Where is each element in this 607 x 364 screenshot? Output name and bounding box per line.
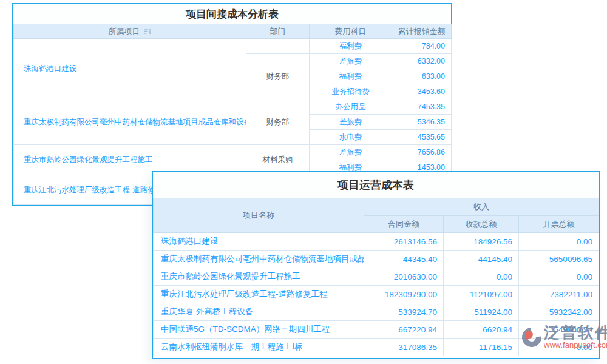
expense-item-cell: 业务招待费 <box>310 84 392 99</box>
project-name-cell: 重庆太极制药有限公司亳州中药材仓储物流基地项目成品仓库和设备仓库消防 <box>14 99 246 145</box>
expense-item-cell: 差旅费 <box>310 145 392 160</box>
watermark-brand: 泛普软件 <box>544 324 607 341</box>
received-total-cell: 6620.94 <box>444 321 519 339</box>
received-total-cell: 1121097.00 <box>444 286 519 303</box>
expense-item-cell: 福利费 <box>310 69 392 84</box>
amount-cell: 633.00 <box>392 69 452 84</box>
contract-amount-cell: 44345.40 <box>364 251 444 268</box>
expense-item-cell: 差旅费 <box>310 115 392 130</box>
column-header-income-group: 收入 <box>364 198 599 216</box>
invoiced-total-cell: 0.00 <box>519 268 599 286</box>
dept-cell: 财务部 <box>246 54 310 99</box>
project-name-cell: 重庆华夏 外高桥工程设备 <box>154 303 364 321</box>
amount-cell: 4535.65 <box>392 130 452 145</box>
received-total-cell: 511924.00 <box>444 303 519 321</box>
dept-cell <box>246 39 310 54</box>
column-header-amount: 累计报销金额 <box>392 24 452 39</box>
received-total-cell: 0.00 <box>444 268 519 286</box>
contract-amount-cell: 2010630.00 <box>364 268 444 286</box>
column-header-invoiced-total: 开票总额 <box>519 216 599 233</box>
contract-amount-cell: 182309790.00 <box>364 286 444 303</box>
column-header-project-name: 项目名称 <box>154 198 364 233</box>
expense-item-cell: 办公用品 <box>310 99 392 115</box>
contract-amount-cell: 317086.35 <box>364 339 444 356</box>
table-row: 重庆华夏 外高桥工程设备 533924.70 511924.00 5932342… <box>154 303 599 321</box>
table-row: 重庆市鹅岭公园绿化景观提升工程施工 材料采购 差旅费 7656.86 <box>14 145 452 160</box>
dept-cell: 财务部 <box>246 99 310 145</box>
table-row: 重庆太极制药有限公司亳州中药材仓储物流基地项目成品仓库和设备仓库消防 44345… <box>154 251 599 268</box>
invoiced-total-cell: 0.00 <box>519 233 599 251</box>
front-table-header-row-1: 项目名称 收入 <box>154 198 599 216</box>
table-row: 重庆市鹅岭公园绿化景观提升工程施工 2010630.00 0.00 0.00 <box>154 268 599 286</box>
project-name-cell: 云南水利枢纽潜明水库一期工程施工Ⅰ标 <box>154 339 364 356</box>
table-row: 重庆江北污水处理厂级改造工程-道路修复工程 182309790.00 11210… <box>154 286 599 303</box>
contract-amount-cell: 533924.70 <box>364 303 444 321</box>
invoiced-total-cell: 5650096.65 <box>519 251 599 268</box>
contract-amount-cell: 2613146.56 <box>364 233 444 251</box>
column-header-received-total: 收款总额 <box>444 216 519 233</box>
project-name-cell: 珠海鹤港口建设 <box>14 39 246 99</box>
project-name-cell: 重庆太极制药有限公司亳州中药材仓储物流基地项目成品仓库和设备仓库消防 <box>154 251 364 268</box>
column-header-expense-item: 费用科目 <box>310 24 392 39</box>
dept-cell: 材料采购 <box>246 145 310 175</box>
table-row: 重庆太极制药有限公司亳州中药材仓储物流基地项目成品仓库和设备仓库消防 财务部 办… <box>14 99 452 115</box>
invoiced-total-cell: 7382211.00 <box>519 286 599 303</box>
received-total-cell: 184926.56 <box>444 233 519 251</box>
back-table-title: 项目间接成本分析表 <box>13 4 451 24</box>
amount-cell: 7656.86 <box>392 145 452 160</box>
amount-cell: 5346.35 <box>392 115 452 130</box>
project-name-cell: 重庆市鹅岭公园绿化景观提升工程施工 <box>14 145 246 175</box>
watermark-url: www.fanpusoft.com <box>544 341 607 349</box>
sort-icon[interactable] <box>144 28 152 37</box>
expense-item-cell: 水电费 <box>310 130 392 145</box>
fanpu-logo-icon <box>521 326 543 348</box>
contract-amount-cell: 667220.94 <box>364 321 444 339</box>
front-table-title: 项目运营成本表 <box>153 172 599 198</box>
column-header-dept: 部门 <box>246 24 310 39</box>
amount-cell: 3453.60 <box>392 84 452 99</box>
invoiced-total-cell: 5932342.00 <box>519 303 599 321</box>
received-total-cell: 44145.40 <box>444 251 519 268</box>
table-row: 珠海鹤港口建设 福利费 784.00 <box>14 39 452 54</box>
project-name-cell: 珠海鹤港口建设 <box>154 233 364 251</box>
project-name-cell: 重庆江北污水处理厂级改造工程-道路修复工程 <box>154 286 364 303</box>
column-header-project[interactable]: 所属项目 <box>14 24 246 39</box>
back-table-header-row: 所属项目 部门 费用科目 累计报销金额 <box>14 24 452 39</box>
fanpu-watermark: 泛普软件 www.fanpusoft.com <box>521 324 607 349</box>
expense-item-cell: 福利费 <box>310 39 392 54</box>
column-header-project-label: 所属项目 <box>109 27 140 36</box>
table-row: 珠海鹤港口建设 2613146.56 184926.56 0.00 <box>154 233 599 251</box>
received-total-cell: 11716.15 <box>444 339 519 356</box>
amount-cell: 784.00 <box>392 39 452 54</box>
amount-cell: 6332.00 <box>392 54 452 69</box>
column-header-contract-amount: 合同金额 <box>364 216 444 233</box>
project-name-cell: 重庆市鹅岭公园绿化景观提升工程施工 <box>154 268 364 286</box>
expense-item-cell: 差旅费 <box>310 54 392 69</box>
amount-cell: 7453.35 <box>392 99 452 115</box>
project-name-cell: 中国联通5G（TD-SCDMA）网络三期四川工程 <box>154 321 364 339</box>
